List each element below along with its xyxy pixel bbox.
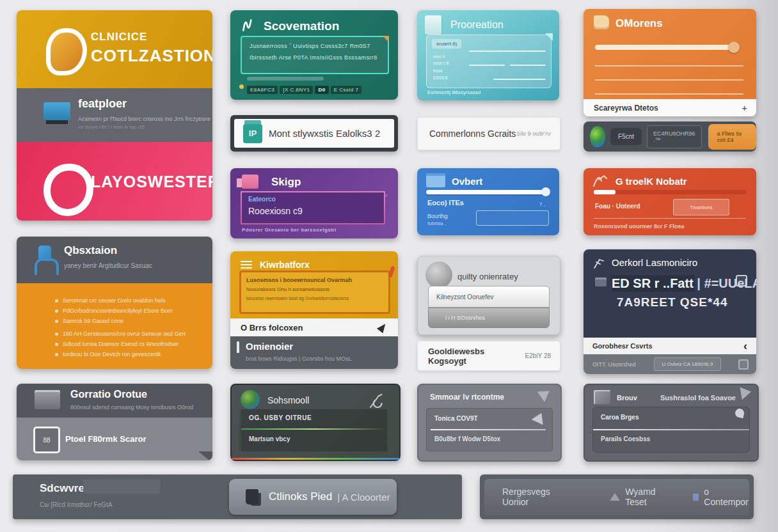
fscnt-button[interactable]: F5cnt xyxy=(610,128,642,145)
badge[interactable]: [X C.6NY1 xyxy=(280,86,313,94)
corner-fold-icon xyxy=(383,36,389,42)
corner-fold-icon xyxy=(545,33,553,41)
ctlinoks-label2: | A Clooorter xyxy=(337,492,390,503)
quilty-button-top[interactable]: Kilneyzsnt Ooruefev xyxy=(428,286,550,308)
mockup-collage: CLNICICE COTLZASTION featploer Acsmesn p… xyxy=(0,0,778,532)
gooldiewesbs-label: Gooldiewesbs Kogsoygt xyxy=(428,347,525,366)
badge[interactable]: D0 xyxy=(315,86,328,94)
gorratio-title: Gorratio Orotue xyxy=(70,389,193,400)
grid-icon[interactable] xyxy=(738,359,749,370)
pin-icon xyxy=(388,266,395,278)
gtroelk-footnote: Rosonravod uourmer 8cr F Floea xyxy=(594,223,685,230)
layoswester-section: LAYOSWESTER xyxy=(17,142,212,221)
kiwrbatforx-title: Kiwrbatforx xyxy=(260,260,310,270)
paper-plane-icon xyxy=(532,411,548,425)
qbsxtaion-title: Qbsxtaion xyxy=(64,244,152,257)
sdcwvre-title: Sdcwvre xyxy=(40,482,84,495)
troshtvris-button[interactable]: Troshtvris xyxy=(673,199,729,215)
omorens-card: OMorens Scareyrwa Dtetos + xyxy=(584,9,756,116)
ovbert-input[interactable] xyxy=(476,210,549,226)
smmoar-row2[interactable]: B0u8br f Wodw D5tox xyxy=(434,435,500,442)
brand-card-yellow-section: CLNICICE COTLZASTION xyxy=(17,10,212,88)
scovemation-info-box: Jusnaerrooss ˝ Uuivtisps Cosss3c7 Rm0S7 … xyxy=(241,36,389,74)
skigp-field-box[interactable]: Eateorco Rooexiosn c9 xyxy=(241,191,385,224)
skigp-field2: Rooexiosn c9 xyxy=(248,206,384,216)
brouv-title: Brouv xyxy=(617,394,637,402)
brrs-bar[interactable]: O Brrs folcoxen xyxy=(230,318,398,336)
bag-icon xyxy=(594,15,609,29)
tools-icon xyxy=(246,489,258,505)
wyamd-item[interactable]: Wyamd Teset xyxy=(610,487,663,507)
scribble-icon xyxy=(592,173,612,191)
rule-line xyxy=(595,79,743,81)
ip-toolbar-label: Mont stlywxstis Ealolks3 2 xyxy=(269,128,380,139)
square-icon xyxy=(693,494,699,501)
rainbow-underline xyxy=(232,458,399,460)
bullet-item: PdGcrbodrsncosntrdsoncilyleyt Ebore Bom xyxy=(55,308,202,315)
serial-field[interactable]: EC4RU8OHR96 .™ xyxy=(647,125,702,148)
panel-tag: sruarrt 8) xyxy=(432,39,461,49)
featploer-title: featploer xyxy=(78,97,210,111)
omienoier-footer: Omienoier bost bows Ridougss | Gosrsbs h… xyxy=(230,336,398,369)
oerkorl-footer: OITT. Usosrshed U Ovbriz CA 1890/8L9 xyxy=(584,354,756,374)
keycap-icon[interactable]: 88 xyxy=(33,426,60,453)
divider xyxy=(431,429,546,430)
highlight-block xyxy=(83,480,160,494)
prooreation-footnote: Esrtmsrrtlj B6ssyrssssd xyxy=(427,90,480,95)
divider xyxy=(594,218,746,219)
gtroelk-progress-track xyxy=(594,190,746,194)
flow-button[interactable]: a Flws tu cnt £4 xyxy=(708,124,756,150)
omorens-top: OMorens xyxy=(584,9,756,99)
quilty-button-bottom[interactable]: i i H SOssrvhes xyxy=(428,308,550,328)
panel-line xyxy=(469,65,505,66)
bullet-item: Seromnat crc ceuser Grelo ovaldon hels xyxy=(55,297,202,304)
ovbert-title: Ovbert xyxy=(452,176,482,187)
bullet-item: 160 AH Gersteusens/cro ovrur Seneoe oed … xyxy=(55,331,202,338)
footer-left-label: OITT. Usosrshed xyxy=(592,361,636,368)
footer-button[interactable]: U Ovbriz CA 1890/8L9 xyxy=(654,357,722,371)
commerlonns-bar[interactable]: Commerlonns Gcraits Sile 9 ou9r'Ar xyxy=(417,117,560,150)
ip-icon: IP xyxy=(243,124,262,143)
slider-knob[interactable] xyxy=(728,42,740,53)
gooldiewesbs-bar[interactable]: Gooldiewesbs Kogsoygt E2biY 28 xyxy=(417,341,560,371)
device-icon xyxy=(425,15,441,35)
ip-toolbar[interactable]: IP Mont stlywxstis Ealolks3 2 xyxy=(230,115,398,152)
monitor-icon xyxy=(44,102,70,120)
slider-track[interactable] xyxy=(595,45,737,50)
contempor-item[interactable]: o Contempor xyxy=(693,487,749,507)
brouv-row2[interactable]: Parails Coesbss xyxy=(601,435,650,442)
terminal-line2: 7A9REET QSE*44 xyxy=(617,295,727,309)
gorobhesr-bar[interactable]: Gorobhesr Csvrts ‹ xyxy=(584,338,756,354)
menu-icon[interactable] xyxy=(241,259,252,270)
rule-line xyxy=(595,93,743,95)
kite-icon xyxy=(740,386,752,400)
rergesvegs-label[interactable]: Rergesvegs Uoriior xyxy=(502,487,561,507)
gtroelk-row-label: Foau · Uoteerd xyxy=(595,203,640,210)
kiwrbatforx-text-box: Lusosmsos i booewrosuncal Ovarmah hoouns… xyxy=(239,270,390,314)
progress-knob-icon[interactable] xyxy=(541,187,550,196)
sohsmooll-row2[interactable]: Martsun vbcy xyxy=(241,430,387,451)
plus-icon[interactable]: + xyxy=(742,102,747,113)
ctlinoks-button[interactable]: Ctlinoks Pied | A Clooorter xyxy=(229,479,397,515)
tray-icon xyxy=(35,390,60,409)
omorens-footer[interactable]: Scareyrwa Dtetos + xyxy=(584,99,756,116)
chevron-left-icon[interactable]: ‹ xyxy=(743,340,747,353)
brouv-card: Brouv Sushraslol foa Soavoe Caroa Brges … xyxy=(584,384,759,462)
featploer-band: featploer Acsmesn pr fTsucd brerc cnsros… xyxy=(17,88,212,142)
brrs-bar-label: O Brrs folcoxen xyxy=(241,323,303,332)
qbsxtaion-body: Seromnat crc ceuser Grelo ovaldon hels P… xyxy=(17,283,212,369)
smmoar-title: Smmoar lv rtcontme xyxy=(430,393,504,402)
brouv-right-label: Sushraslol foa Soavoe xyxy=(660,394,736,402)
smmoar-row1[interactable]: Tonica COV9T xyxy=(434,415,478,422)
antenna-icon xyxy=(592,257,607,272)
sohsmooll-row1[interactable]: OG. USBY OITRUE xyxy=(241,409,387,430)
skigp-field1: Eateorco xyxy=(248,196,384,203)
featploer-sub2: ns tsrore ribt t i tssn ib tsp ct5 xyxy=(78,124,210,130)
badge[interactable]: E8A8FC3 xyxy=(247,86,278,94)
bullet-dot-icon xyxy=(55,332,58,336)
gorratio-row[interactable]: 88 Ptoel F80rmk Scaror xyxy=(17,418,212,460)
featploer-sub1: Acsmesn pr fTsucd brerc cnsross mo Jrrs … xyxy=(78,116,210,122)
wave-logo-icon xyxy=(241,17,257,33)
brouv-row1[interactable]: Caroa Brges xyxy=(601,414,639,421)
badge[interactable]: E Cssld 7 xyxy=(331,86,362,94)
